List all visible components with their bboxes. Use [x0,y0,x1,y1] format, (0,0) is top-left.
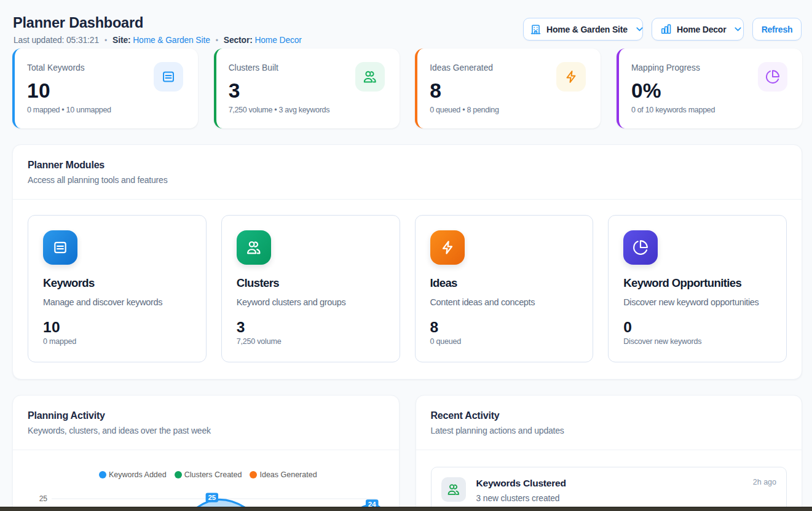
svg-text:25: 25 [39,494,48,503]
svg-text:25: 25 [208,494,216,501]
